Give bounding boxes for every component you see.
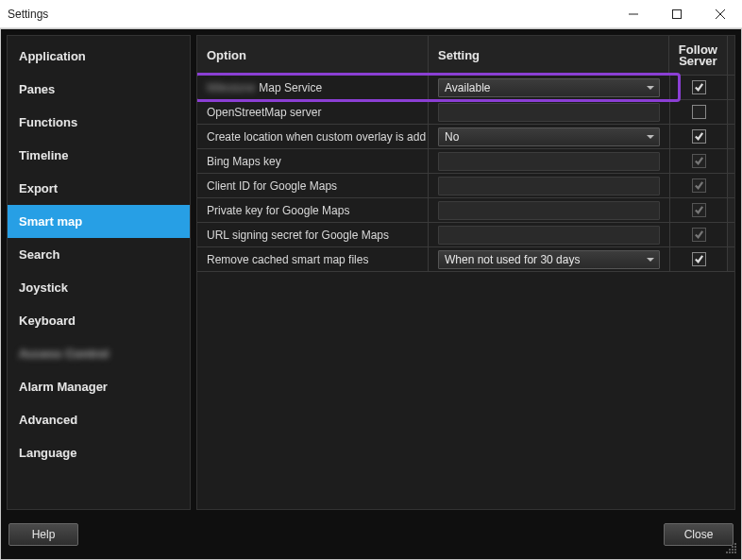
svg-point-9 <box>734 549 736 551</box>
follow-server-cell <box>670 100 727 124</box>
sidebar-item-label: Search <box>19 247 59 262</box>
close-window-button[interactable] <box>699 0 742 28</box>
follow-server-cell <box>670 125 727 148</box>
sidebar-item-label: Alarm Manager <box>19 380 108 394</box>
row-spacer <box>727 247 734 271</box>
titlebar: Settings <box>0 0 742 28</box>
sidebar-item-smart-map[interactable]: Smart map <box>8 205 190 238</box>
setting-cell <box>429 223 670 246</box>
setting-cell: No <box>429 125 670 148</box>
option-text: Remove cached smart map files <box>207 253 368 266</box>
follow-server-checkbox[interactable] <box>692 105 706 119</box>
option-text: Bing Maps key <box>207 155 281 168</box>
setting-cell <box>429 149 670 173</box>
sidebar-item-advanced[interactable]: Advanced <box>8 403 190 436</box>
svg-point-8 <box>732 549 734 551</box>
follow-server-checkbox <box>692 154 706 168</box>
svg-point-12 <box>732 552 734 553</box>
follow-server-cell <box>670 223 727 246</box>
header-setting: Setting <box>429 36 669 75</box>
settings-row: Create location when custom overlay is a… <box>197 125 734 149</box>
setting-textfield[interactable] <box>438 103 660 122</box>
setting-textfield[interactable] <box>438 152 660 171</box>
sidebar-item-search[interactable]: Search <box>8 238 190 271</box>
settings-row: Remove cached smart map filesWhen not us… <box>197 247 734 272</box>
sidebar-item-joystick[interactable]: Joystick <box>8 271 190 304</box>
minimize-button[interactable] <box>612 0 655 28</box>
settings-row: Private key for Google Maps <box>197 198 734 223</box>
setting-cell <box>429 100 670 124</box>
row-spacer <box>727 198 734 222</box>
option-text: URL signing secret for Google Maps <box>207 229 389 242</box>
follow-server-checkbox <box>692 178 706 193</box>
sidebar-item-label: Export <box>19 181 58 195</box>
sidebar-item-label: Access Control <box>19 347 109 361</box>
setting-cell <box>429 174 670 197</box>
sidebar-item-label: Panes <box>19 82 55 96</box>
setting-textfield[interactable] <box>438 177 660 195</box>
follow-server-cell <box>670 198 727 222</box>
option-text: Private key for Google Maps <box>207 204 349 217</box>
follow-server-cell <box>670 247 727 271</box>
setting-textfield[interactable] <box>438 226 660 245</box>
row-spacer <box>727 223 734 246</box>
sidebar-item-label: Functions <box>19 115 77 129</box>
header-option: Option <box>197 36 429 75</box>
settings-row: OpenStreetMap server <box>197 100 734 125</box>
setting-dropdown[interactable]: When not used for 30 days <box>438 250 660 269</box>
svg-point-10 <box>726 552 728 553</box>
sidebar-item-access-control[interactable]: Access Control <box>8 337 190 370</box>
sidebar-item-label: Keyboard <box>19 314 76 328</box>
option-text: Create location when custom overlay is a… <box>207 130 426 144</box>
sidebar-item-alarm-manager[interactable]: Alarm Manager <box>8 370 190 403</box>
settings-row: URL signing secret for Google Maps <box>197 223 734 247</box>
sidebar-item-label: Language <box>19 446 76 460</box>
follow-server-checkbox[interactable] <box>692 252 706 266</box>
follow-server-checkbox <box>692 203 706 217</box>
option-label: Bing Maps key <box>197 149 429 173</box>
setting-textfield[interactable] <box>438 201 660 220</box>
option-label: OpenStreetMap server <box>197 100 429 124</box>
setting-cell: When not used for 30 days <box>429 247 670 271</box>
row-spacer <box>727 100 734 124</box>
footer: Help Close <box>7 516 735 553</box>
row-spacer <box>727 174 734 197</box>
header-spacer <box>727 36 734 75</box>
maximize-button[interactable] <box>655 0 699 28</box>
row-spacer <box>727 149 734 173</box>
option-label: Client ID for Google Maps <box>197 174 429 197</box>
window-body: ApplicationPanesFunctionsTimelineExportS… <box>0 28 742 560</box>
sidebar-item-application[interactable]: Application <box>8 40 190 73</box>
follow-server-cell <box>670 174 727 197</box>
setting-cell <box>429 198 670 222</box>
follow-server-checkbox <box>692 228 706 242</box>
follow-server-cell <box>670 76 727 99</box>
setting-dropdown[interactable]: No <box>438 127 660 146</box>
svg-point-7 <box>729 549 731 551</box>
row-spacer <box>727 76 734 99</box>
svg-rect-1 <box>673 9 682 18</box>
setting-dropdown[interactable]: Available <box>438 78 660 97</box>
option-text: Client ID for Google Maps <box>207 179 337 193</box>
follow-server-checkbox[interactable] <box>692 129 706 144</box>
help-button[interactable]: Help <box>8 523 78 546</box>
resize-grip-icon[interactable] <box>724 542 737 555</box>
sidebar-item-export[interactable]: Export <box>8 172 190 205</box>
option-label: Remove cached smart map files <box>197 247 429 271</box>
settings-row: MilestoneMap ServiceAvailable <box>197 76 734 100</box>
sidebar-item-label: Joystick <box>19 280 68 295</box>
follow-server-checkbox[interactable] <box>692 80 706 94</box>
sidebar-item-label: Smart map <box>19 214 82 229</box>
close-button[interactable]: Close <box>664 523 734 546</box>
settings-row: Client ID for Google Maps <box>197 174 734 198</box>
svg-point-13 <box>734 552 736 553</box>
settings-content: Option Setting Follow Server MilestoneMa… <box>196 35 735 510</box>
sidebar-item-panes[interactable]: Panes <box>8 73 190 106</box>
sidebar-item-keyboard[interactable]: Keyboard <box>8 304 190 337</box>
sidebar-item-functions[interactable]: Functions <box>8 106 190 139</box>
sidebar-item-label: Timeline <box>19 148 69 162</box>
sidebar-item-timeline[interactable]: Timeline <box>8 139 190 172</box>
option-label: Private key for Google Maps <box>197 198 429 222</box>
option-label: Create location when custom overlay is a… <box>197 125 429 148</box>
sidebar-item-language[interactable]: Language <box>8 436 190 469</box>
